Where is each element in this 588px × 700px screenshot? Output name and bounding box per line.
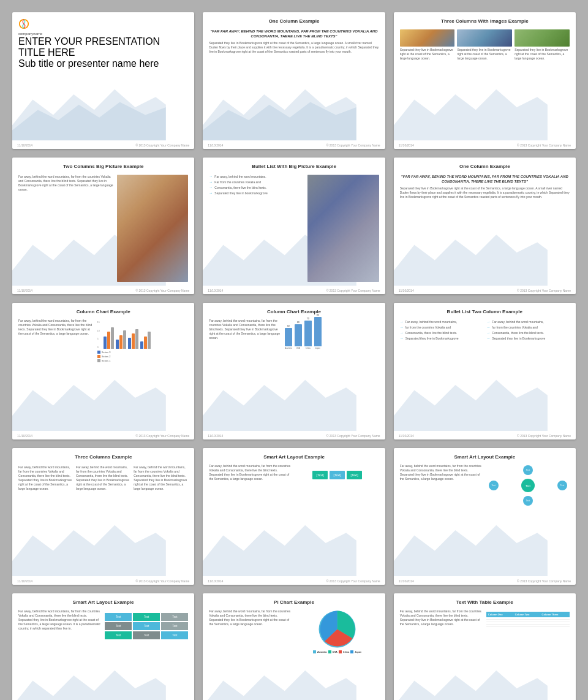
slide-8-title: Column Chart Example xyxy=(209,309,379,314)
slide-subtitle: Sub title or presenter name here xyxy=(18,58,188,69)
bar-xlabel-japan: Japan xyxy=(315,347,320,349)
bar-1-s2 xyxy=(107,332,110,349)
legend-label-s2: Series 2 xyxy=(102,355,111,358)
b9-text-1-2: far from the countries Vokalia and xyxy=(405,325,451,329)
slide-three-columns: Three Columns Example Far away, behind t… xyxy=(12,448,194,585)
slide-10-footer: 11/10/2014 © 2013 Copyright Your Company… xyxy=(17,579,189,583)
b9-2-2: →far from the countries Vokalia and xyxy=(486,325,570,329)
b9-arrow-1-1: → xyxy=(400,320,404,324)
bullet-arrow-4: → xyxy=(209,191,213,195)
bar-4-s3 xyxy=(140,341,143,349)
pie-dot-usa xyxy=(328,650,331,653)
bar-label-50: 50 xyxy=(287,325,290,327)
bar-2-s2 xyxy=(119,335,123,349)
bars-8: 50 Australia 60 USA 70 China xyxy=(285,319,379,349)
table-area: Column One Column Two Column Three xyxy=(486,609,570,627)
bar-usa xyxy=(295,324,302,346)
slide-4-body: Far away, behind the word mountains, far… xyxy=(18,175,114,192)
legend-label-s1: Series 1 xyxy=(102,359,111,362)
slide-one-column: One Column Example "FAR FAR AWAY, BEHIND… xyxy=(203,12,385,149)
bullet-text-1: Far away, behind the word mountains. xyxy=(214,175,266,178)
slide-15-title: Text With Table Example xyxy=(400,599,570,605)
bar-xlabel-china: China xyxy=(306,347,311,349)
grid-cell-4: Text xyxy=(105,622,132,630)
legend-dot-s2 xyxy=(97,355,100,358)
bar-2-s1 xyxy=(123,330,126,349)
circle-left: Text xyxy=(489,481,499,490)
bullet-2: → Far from the countries vokalia and xyxy=(209,180,304,184)
bullet-arrow-2: → xyxy=(209,180,213,184)
slide-6-footer: 11/10/2014 © 2013 Copyright Your Company… xyxy=(399,289,571,292)
slide-12-title: Smart Art Layout Example xyxy=(400,454,570,460)
smart-art-3-content: Far away, behind the word mountains, far… xyxy=(18,609,188,639)
b9-arrow-1-3: → xyxy=(400,331,404,335)
grid-cell-6: Text xyxy=(161,622,188,630)
slide-4-image xyxy=(117,175,188,282)
slide-13-title: Smart Art Layout Example xyxy=(18,599,188,605)
bar-col-japan: 80 Japan xyxy=(314,314,322,349)
slide-smart-art-3: Smart Art Layout Example Far away, behin… xyxy=(12,593,194,700)
b9-text-2-1: Far away, behind the word mountains, xyxy=(492,320,543,324)
slide-15-text: Far away, behind the word mountains, far… xyxy=(400,609,483,626)
bullet-text-3: Consonantia, there live the blind texts. xyxy=(214,186,266,189)
grid-cell-2: Text xyxy=(133,613,160,621)
slide-2-title: One Column Example xyxy=(209,18,379,24)
b9-text-1-3: Consonantia, there live the blind texts. xyxy=(405,331,458,335)
bar-xlabel-au: Australia xyxy=(285,347,292,349)
bar-label-70: 70 xyxy=(307,318,309,320)
bullet-arrow-1: → xyxy=(209,175,213,178)
slide-pi-chart: Pi Chart Example Far away, behind the wo… xyxy=(203,593,385,700)
slide-9-title: Bullet List Two Column Example xyxy=(400,309,570,314)
three-col-images-grid: Separated they live in Bookmarksgrove ri… xyxy=(400,29,570,61)
bar-col-au: 50 Australia xyxy=(285,325,292,349)
bar-3-s3 xyxy=(128,338,131,349)
pie-dot-china xyxy=(339,650,342,653)
slide-4-footer: 11/10/2014 © 2013 Copyright Your Company… xyxy=(17,289,189,292)
b9-1-3: →Consonantia, there live the blind texts… xyxy=(400,331,483,335)
pie-legend: Australia USA China Japan xyxy=(313,650,361,653)
grid-cell-3: Text xyxy=(161,613,188,621)
slide-6-quote: "FAR FAR AWAY, BEHIND THE WORD MOUNTAINS… xyxy=(400,174,570,185)
b9-2-4: →Separated they live in Bookmarksgrove xyxy=(486,337,570,340)
circle-top: Text xyxy=(523,465,533,475)
smart-box-1: [Text] xyxy=(312,471,328,479)
bar-4-s2 xyxy=(144,337,147,349)
slide-8-body: Far away, behind the word mountains, far… xyxy=(209,319,281,349)
slide-14-title: Pi Chart Example xyxy=(209,599,379,605)
slide-12-body: Far away, behind the word mountains, far… xyxy=(400,464,483,507)
three-col-content: Far away, behind the word mountains, far… xyxy=(18,465,188,491)
legend-s2: Series 2 xyxy=(97,355,189,358)
slide-15-body: Far away, behind the word mountains, far… xyxy=(400,609,483,627)
cell-4-1 xyxy=(486,625,513,627)
slide-5-title: Bullet List With Big Picture Example xyxy=(209,164,379,169)
grid-cell-5: Text xyxy=(133,622,160,630)
col-1-text: Separated they live in Bookmarksgrove ri… xyxy=(400,48,455,61)
slide-11-body: Far away, behind the word mountains, far… xyxy=(209,464,292,481)
bar-1-s1 xyxy=(111,327,114,349)
b9-arrow-2-2: → xyxy=(486,325,490,329)
pie-chart-svg xyxy=(317,609,357,649)
b9-2-3: →Consonantia, there live the blind texts… xyxy=(486,331,570,335)
b9-text-2-3: Consonantia, there live the blind texts. xyxy=(492,331,544,335)
logo-text: companyname xyxy=(18,32,188,36)
table-row-4 xyxy=(486,625,570,627)
pie-legend-japan: Japan xyxy=(350,650,361,653)
bar-3-s1 xyxy=(135,329,138,349)
b9-text-1-4: Separated they live in Bookmarksgrove xyxy=(405,337,459,340)
pie-label-japan: Japan xyxy=(355,650,361,653)
bar-label-60: 60 xyxy=(297,321,300,324)
y-axis: 151050 xyxy=(97,321,101,349)
b9-arrow-2-3: → xyxy=(486,331,490,335)
smart-grid-layout: Text Text Text Text Text Text Text Text … xyxy=(105,613,188,639)
b9-text-1-1: Far away, behind the word mountains, xyxy=(405,320,457,324)
legend-label-s3: Series 3 xyxy=(102,351,111,354)
pie-legend-au: Australia xyxy=(313,650,327,653)
bullet-text-2: Far from the countries vokalia and xyxy=(214,180,261,184)
slide-smart-art-1: Smart Art Layout Example Far away, behin… xyxy=(203,448,385,585)
bullet-col-2: →Far away, behind the word mountains, →f… xyxy=(486,320,570,342)
bar-col-usa: 60 USA xyxy=(295,321,302,349)
slide-text-table: Text With Table Example Far away, behind… xyxy=(394,593,576,700)
slide-main-title: ENTER YOUR PRESENTATION TITLE HERE xyxy=(18,36,188,58)
legend-s1: Series 1 xyxy=(97,359,189,362)
slide-bullet-big-pic: Bullet List With Big Picture Example → F… xyxy=(203,158,385,294)
